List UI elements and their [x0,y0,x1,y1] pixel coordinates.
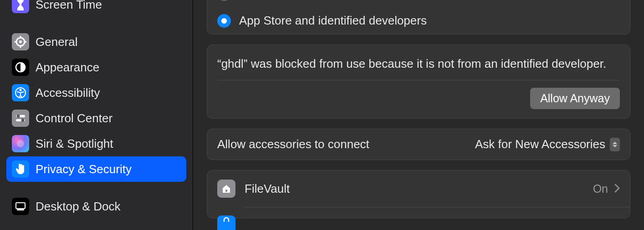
filevault-value: On [593,182,608,195]
appearance-icon [12,59,29,76]
sidebar-item-label: Siri & Spotlight [36,137,113,151]
button-row: Allow Anyway [217,88,620,109]
svg-point-13 [17,140,24,147]
sidebar-item-general[interactable]: General [6,29,186,55]
svg-rect-14 [16,203,25,209]
radio-label: App Store and identified developers [239,14,427,28]
accessories-row[interactable]: Allow accessories to connect Ask for New… [207,129,630,160]
radio-icon [217,0,231,1]
radio-label: App Store [239,0,292,1]
radio-app-store-identified[interactable]: App Store and identified developers [207,7,630,34]
accessories-value[interactable]: Ask for New Accessories [475,137,620,151]
filevault-label: FileVault [245,182,593,196]
sidebar-item-desktop-dock[interactable]: Desktop & Dock [6,194,186,219]
security-list-panel: FileVault On [207,170,630,218]
svg-rect-15 [17,209,24,210]
siri-icon [12,135,29,152]
sidebar-item-siri-spotlight[interactable]: Siri & Spotlight [6,131,186,156]
sidebar-item-appearance[interactable]: Appearance [6,55,186,80]
sidebar-item-label: Desktop & Dock [36,200,120,214]
lockdown-icon [217,215,235,230]
blocked-message: “ghdl” was blocked from use because it i… [217,56,620,72]
divider [217,80,620,80]
filevault-row[interactable]: FileVault On [207,170,630,207]
sidebar-item-accessibility[interactable]: Accessibility [6,80,186,105]
hourglass-icon [12,0,29,13]
accessories-value-text: Ask for New Accessories [475,137,605,151]
sidebar-item-control-center[interactable]: Control Center [6,105,186,131]
blocked-app-panel: “ghdl” was blocked from use because it i… [207,45,630,119]
sidebar: Screen Time General Appearance Accessibi… [0,0,193,230]
allow-anyway-button[interactable]: Allow Anyway [530,88,620,109]
radio-app-store[interactable]: App Store [207,0,630,7]
sidebar-item-label: Appearance [36,60,99,75]
accessories-label: Allow accessories to connect [217,137,369,151]
sidebar-item-label: General [36,35,78,49]
accessories-panel: Allow accessories to connect Ask for New… [207,129,630,160]
control-center-icon [12,110,29,127]
main-content: App Store App Store and identified devel… [193,0,644,230]
sidebar-item-label: Control Center [36,111,112,125]
gear-icon [12,33,29,50]
sidebar-item-privacy-security[interactable]: Privacy & Security [6,156,186,182]
hand-icon [12,160,29,178]
dock-icon [12,198,29,215]
filevault-icon [217,180,235,198]
up-down-icon [610,138,620,151]
allow-apps-panel: App Store App Store and identified devel… [207,0,630,35]
svg-point-8 [20,89,22,91]
radio-icon [217,14,231,28]
chevron-right-icon [614,182,620,196]
lockdown-row-partial[interactable] [207,207,630,218]
accessibility-icon [12,84,29,101]
svg-rect-16 [225,190,227,192]
sidebar-group: Desktop & Dock [6,194,186,219]
svg-point-12 [21,119,25,122]
svg-point-1 [19,40,22,43]
sidebar-item-label: Accessibility [36,86,100,100]
svg-point-10 [17,115,20,118]
sidebar-item-screen-time[interactable]: Screen Time [6,0,186,17]
sidebar-item-label: Privacy & Security [36,162,132,176]
sidebar-item-label: Screen Time [36,0,102,12]
sidebar-group: Screen Time [6,0,186,17]
sidebar-group: General Appearance Accessibility Control… [6,29,186,182]
